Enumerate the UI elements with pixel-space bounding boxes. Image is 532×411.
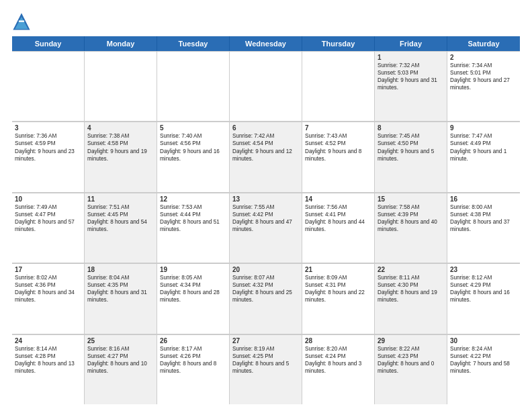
cell-info: Sunrise: 7:58 AM Sunset: 4:39 PM Dayligh…: [378, 203, 444, 233]
day-number: 10: [15, 195, 81, 203]
calendar-cell: 9Sunrise: 7:47 AM Sunset: 4:49 PM Daylig…: [447, 122, 520, 191]
calendar-cell: 1Sunrise: 7:32 AM Sunset: 5:03 PM Daylig…: [375, 51, 447, 121]
cell-info: Sunrise: 7:34 AM Sunset: 5:01 PM Dayligh…: [450, 62, 517, 91]
cell-info: Sunrise: 8:11 AM Sunset: 4:30 PM Dayligh…: [378, 274, 444, 304]
day-number: 5: [160, 124, 226, 132]
cell-info: Sunrise: 7:36 AM Sunset: 4:59 PM Dayligh…: [15, 132, 81, 162]
calendar-cell: 16Sunrise: 8:00 AM Sunset: 4:38 PM Dayli…: [447, 193, 520, 263]
calendar-row-1: 3Sunrise: 7:36 AM Sunset: 4:59 PM Daylig…: [12, 122, 520, 192]
header-day-saturday: Saturday: [447, 36, 520, 51]
cell-info: Sunrise: 8:19 AM Sunset: 4:25 PM Dayligh…: [232, 345, 299, 375]
cell-info: Sunrise: 7:32 AM Sunset: 5:03 PM Dayligh…: [378, 62, 444, 91]
logo: [12, 12, 34, 31]
svg-rect-2: [19, 21, 24, 22]
calendar-cell: 10Sunrise: 7:49 AM Sunset: 4:47 PM Dayli…: [12, 193, 85, 263]
calendar-row-0: 1Sunrise: 7:32 AM Sunset: 5:03 PM Daylig…: [12, 51, 520, 122]
cell-info: Sunrise: 7:45 AM Sunset: 4:50 PM Dayligh…: [378, 132, 444, 162]
calendar-cell: [230, 51, 302, 121]
calendar-cell: 12Sunrise: 7:53 AM Sunset: 4:44 PM Dayli…: [157, 193, 230, 263]
header: [12, 12, 520, 31]
calendar-cell: 25Sunrise: 8:16 AM Sunset: 4:27 PM Dayli…: [85, 334, 157, 404]
calendar-header: SundayMondayTuesdayWednesdayThursdayFrid…: [12, 36, 520, 51]
header-day-monday: Monday: [85, 36, 157, 51]
cell-info: Sunrise: 7:40 AM Sunset: 4:56 PM Dayligh…: [160, 132, 226, 162]
calendar-cell: 14Sunrise: 7:56 AM Sunset: 4:41 PM Dayli…: [302, 193, 375, 263]
day-number: 8: [378, 124, 444, 132]
calendar-cell: 21Sunrise: 8:09 AM Sunset: 4:31 PM Dayli…: [302, 263, 375, 333]
calendar-cell: 19Sunrise: 8:05 AM Sunset: 4:34 PM Dayli…: [157, 263, 230, 333]
calendar-cell: 11Sunrise: 7:51 AM Sunset: 4:45 PM Dayli…: [85, 193, 157, 263]
day-number: 4: [87, 124, 154, 132]
calendar-row-2: 10Sunrise: 7:49 AM Sunset: 4:47 PM Dayli…: [12, 193, 520, 263]
day-number: 7: [305, 124, 371, 132]
calendar-row-3: 17Sunrise: 8:02 AM Sunset: 4:36 PM Dayli…: [12, 263, 520, 334]
calendar-cell: 23Sunrise: 8:12 AM Sunset: 4:29 PM Dayli…: [447, 263, 520, 333]
header-day-friday: Friday: [375, 36, 447, 51]
calendar-cell: 8Sunrise: 7:45 AM Sunset: 4:50 PM Daylig…: [375, 122, 447, 191]
calendar-cell: 5Sunrise: 7:40 AM Sunset: 4:56 PM Daylig…: [157, 122, 230, 191]
calendar-cell: 13Sunrise: 7:55 AM Sunset: 4:42 PM Dayli…: [230, 193, 302, 263]
day-number: 23: [450, 266, 517, 273]
cell-info: Sunrise: 8:05 AM Sunset: 4:34 PM Dayligh…: [160, 274, 226, 304]
day-number: 26: [160, 337, 226, 345]
calendar-cell: 22Sunrise: 8:11 AM Sunset: 4:30 PM Dayli…: [375, 263, 447, 333]
header-day-thursday: Thursday: [302, 36, 375, 51]
calendar-cell: 18Sunrise: 8:04 AM Sunset: 4:35 PM Dayli…: [85, 263, 157, 333]
logo-icon: [12, 12, 31, 31]
day-number: 29: [378, 337, 444, 345]
day-number: 13: [232, 195, 299, 203]
day-number: 11: [87, 195, 154, 203]
calendar-cell: 27Sunrise: 8:19 AM Sunset: 4:25 PM Dayli…: [230, 334, 302, 404]
calendar-cell: 17Sunrise: 8:02 AM Sunset: 4:36 PM Dayli…: [12, 263, 85, 333]
calendar-cell: 6Sunrise: 7:42 AM Sunset: 4:54 PM Daylig…: [230, 122, 302, 191]
cell-info: Sunrise: 7:43 AM Sunset: 4:52 PM Dayligh…: [305, 132, 371, 162]
calendar-cell: 29Sunrise: 8:22 AM Sunset: 4:23 PM Dayli…: [375, 334, 447, 404]
page: SundayMondayTuesdayWednesdayThursdayFrid…: [0, 0, 532, 411]
calendar-cell: 24Sunrise: 8:14 AM Sunset: 4:28 PM Dayli…: [12, 334, 85, 404]
cell-info: Sunrise: 8:14 AM Sunset: 4:28 PM Dayligh…: [15, 345, 81, 375]
day-number: 14: [305, 195, 371, 203]
day-number: 1: [378, 54, 444, 61]
calendar-cell: 4Sunrise: 7:38 AM Sunset: 4:58 PM Daylig…: [85, 122, 157, 191]
calendar-cell: 26Sunrise: 8:17 AM Sunset: 4:26 PM Dayli…: [157, 334, 230, 404]
cell-info: Sunrise: 8:02 AM Sunset: 4:36 PM Dayligh…: [15, 274, 81, 304]
calendar-cell: [12, 51, 85, 121]
cell-info: Sunrise: 7:53 AM Sunset: 4:44 PM Dayligh…: [160, 203, 226, 233]
day-number: 22: [378, 266, 444, 273]
day-number: 6: [232, 124, 299, 132]
cell-info: Sunrise: 7:56 AM Sunset: 4:41 PM Dayligh…: [305, 203, 371, 233]
cell-info: Sunrise: 7:51 AM Sunset: 4:45 PM Dayligh…: [87, 203, 154, 233]
day-number: 25: [87, 337, 154, 345]
cell-info: Sunrise: 8:17 AM Sunset: 4:26 PM Dayligh…: [160, 345, 226, 375]
calendar-cell: 15Sunrise: 7:58 AM Sunset: 4:39 PM Dayli…: [375, 193, 447, 263]
day-number: 3: [15, 124, 81, 132]
calendar-cell: 3Sunrise: 7:36 AM Sunset: 4:59 PM Daylig…: [12, 122, 85, 191]
calendar-cell: [85, 51, 157, 121]
day-number: 15: [378, 195, 444, 203]
cell-info: Sunrise: 8:07 AM Sunset: 4:32 PM Dayligh…: [232, 274, 299, 304]
calendar-cell: 20Sunrise: 8:07 AM Sunset: 4:32 PM Dayli…: [230, 263, 302, 333]
calendar-cell: [157, 51, 230, 121]
day-number: 27: [232, 337, 299, 345]
day-number: 16: [450, 195, 517, 203]
cell-info: Sunrise: 7:47 AM Sunset: 4:49 PM Dayligh…: [450, 132, 517, 162]
cell-info: Sunrise: 8:20 AM Sunset: 4:24 PM Dayligh…: [305, 345, 371, 375]
cell-info: Sunrise: 8:16 AM Sunset: 4:27 PM Dayligh…: [87, 345, 154, 375]
day-number: 9: [450, 124, 517, 132]
cell-info: Sunrise: 8:04 AM Sunset: 4:35 PM Dayligh…: [87, 274, 154, 304]
cell-info: Sunrise: 8:00 AM Sunset: 4:38 PM Dayligh…: [450, 203, 517, 233]
cell-info: Sunrise: 8:22 AM Sunset: 4:23 PM Dayligh…: [378, 345, 444, 375]
day-number: 28: [305, 337, 371, 345]
calendar-cell: 30Sunrise: 8:24 AM Sunset: 4:22 PM Dayli…: [447, 334, 520, 404]
cell-info: Sunrise: 7:55 AM Sunset: 4:42 PM Dayligh…: [232, 203, 299, 233]
calendar-cell: 28Sunrise: 8:20 AM Sunset: 4:24 PM Dayli…: [302, 334, 375, 404]
day-number: 19: [160, 266, 226, 273]
day-number: 18: [87, 266, 154, 273]
cell-info: Sunrise: 8:24 AM Sunset: 4:22 PM Dayligh…: [450, 345, 517, 375]
calendar-cell: 7Sunrise: 7:43 AM Sunset: 4:52 PM Daylig…: [302, 122, 375, 191]
header-day-wednesday: Wednesday: [230, 36, 302, 51]
cell-info: Sunrise: 8:09 AM Sunset: 4:31 PM Dayligh…: [305, 274, 371, 304]
day-number: 21: [305, 266, 371, 273]
cell-info: Sunrise: 7:38 AM Sunset: 4:58 PM Dayligh…: [87, 132, 154, 162]
cell-info: Sunrise: 7:49 AM Sunset: 4:47 PM Dayligh…: [15, 203, 81, 233]
